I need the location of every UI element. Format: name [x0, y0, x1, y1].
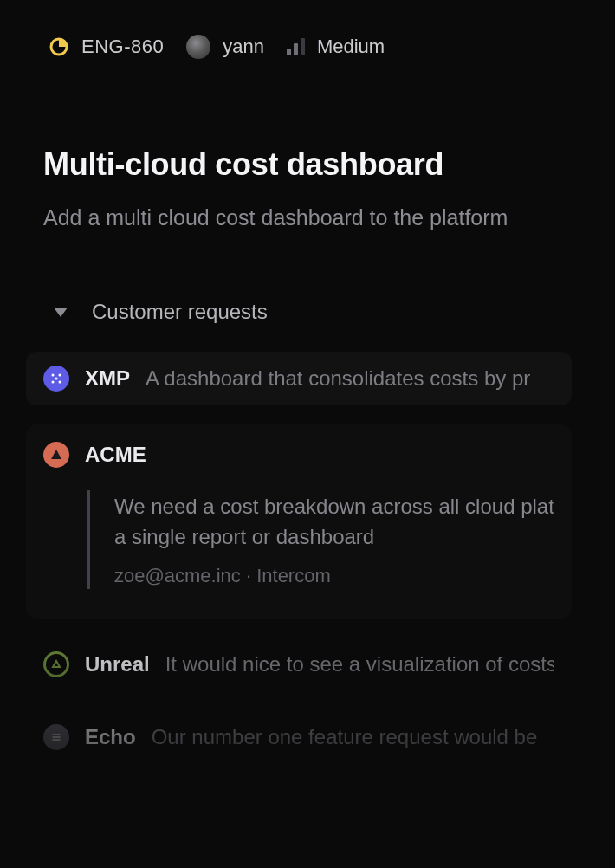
assignee-chip[interactable]: yann [186, 35, 264, 59]
request-row-echo[interactable]: Echo Our number one feature request woul… [26, 710, 572, 764]
svg-point-2 [59, 374, 62, 377]
org-name: Unreal [85, 652, 150, 677]
in-progress-icon [49, 36, 69, 57]
org-name: Echo [85, 725, 136, 749]
request-quote: We need a cost breakdown across all clou… [87, 490, 554, 589]
request-row-xmp[interactable]: XMP A dashboard that consolidates costs … [26, 352, 572, 405]
org-icon-unreal [43, 651, 69, 677]
svg-point-3 [52, 381, 55, 384]
avatar [186, 35, 210, 59]
org-icon-acme [43, 442, 69, 468]
org-name: ACME [85, 443, 146, 467]
request-summary: Our number one feature request would be [152, 725, 538, 749]
issue-header: ENG-860 yann Medium [0, 0, 615, 94]
request-summary: It would nice to see a visualization of … [165, 652, 554, 677]
issue-title: Multi-cloud cost dashboard [43, 146, 572, 183]
quote-text: We need a cost breakdown across all clou… [114, 492, 554, 553]
org-icon-xmp [43, 366, 69, 392]
org-icon-echo [43, 724, 69, 750]
svg-point-1 [52, 374, 55, 377]
section-title: Customer requests [92, 300, 268, 324]
priority-medium-icon [287, 38, 305, 55]
priority-chip[interactable]: Medium [287, 36, 385, 58]
section-toggle[interactable]: Customer requests [43, 300, 572, 324]
assignee-name: yann [223, 36, 264, 58]
issue-body: Multi-cloud cost dashboard Add a multi c… [0, 94, 615, 764]
svg-point-4 [59, 381, 62, 384]
chevron-down-icon [54, 308, 68, 317]
request-card-acme[interactable]: ACME We need a cost breakdown across all… [26, 424, 572, 619]
org-name: XMP [85, 366, 130, 391]
quote-meta: zoe@acme.inc · Intercom [114, 565, 554, 587]
requests-list: XMP A dashboard that consolidates costs … [26, 352, 572, 764]
priority-label: Medium [317, 36, 385, 58]
customer-requests-section: Customer requests XMP A dashboard that c… [43, 300, 572, 764]
request-summary: A dashboard that consolidates costs by p… [146, 366, 530, 391]
issue-subtitle: Add a multi cloud cost dashboard to the … [43, 205, 572, 230]
issue-id-chip[interactable]: ENG-860 [49, 36, 164, 58]
request-row-unreal[interactable]: Unreal It would nice to see a visualizat… [26, 638, 572, 691]
issue-id-text: ENG-860 [81, 36, 164, 58]
svg-point-5 [55, 378, 58, 380]
